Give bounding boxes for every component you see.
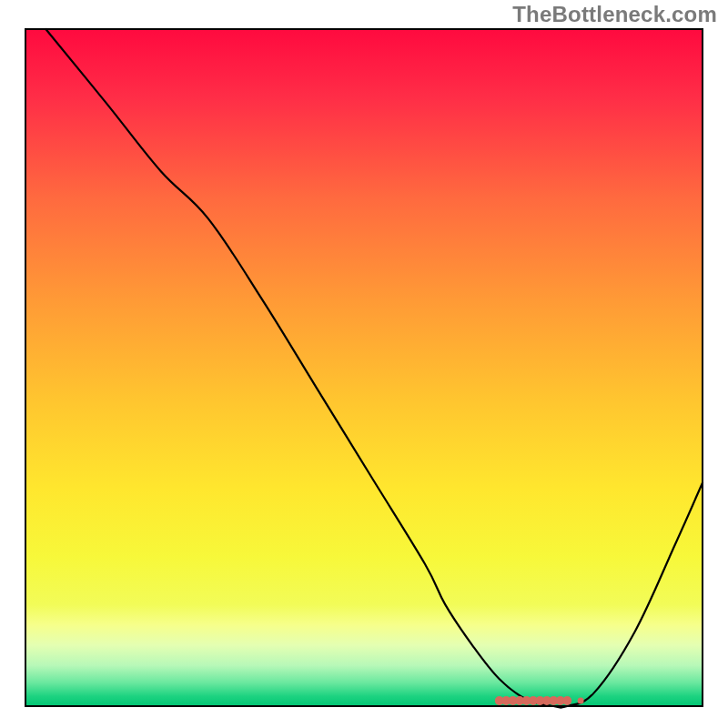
optimal-point xyxy=(578,698,584,704)
optimal-point xyxy=(562,696,571,705)
chart-container: TheBottleneck.com xyxy=(0,0,728,728)
bottleneck-chart xyxy=(0,0,728,728)
